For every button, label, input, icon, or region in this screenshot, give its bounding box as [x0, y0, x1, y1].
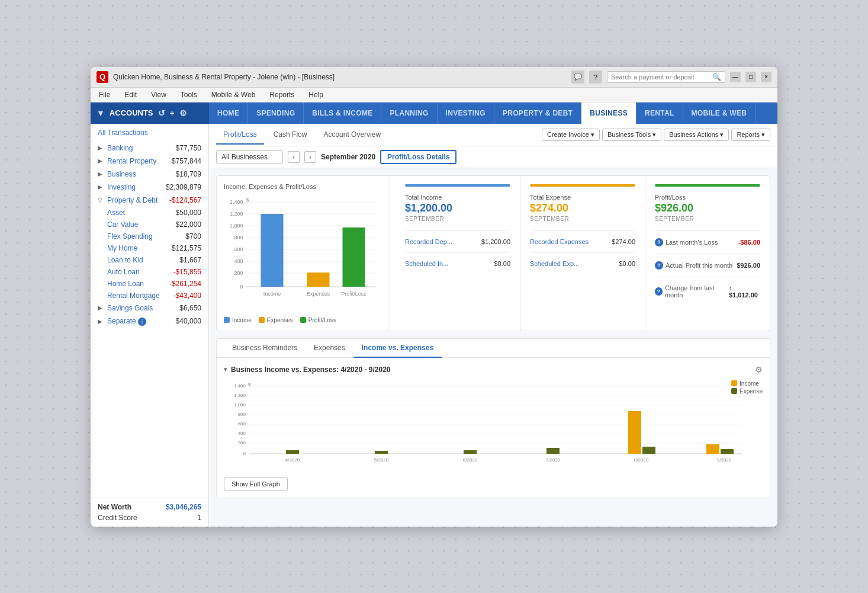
accounts-arrow[interactable]: ▼: [97, 108, 105, 118]
sidebar-value-investing: $2,309,879: [166, 183, 201, 191]
tab-property-debt[interactable]: PROPERTY & DEBT: [494, 102, 581, 124]
sidebar-item-rental-property[interactable]: ▶ Rental Property $757,844: [91, 155, 208, 168]
tab-expenses[interactable]: Expenses: [306, 339, 353, 358]
help-icon-1[interactable]: ?: [655, 238, 663, 246]
total-expense-panel: Total Expense $274.00 SEPTEMBER Recorded…: [520, 176, 645, 331]
profit-row3-value: ↑ $1,012.00: [729, 284, 760, 299]
sidebar-item-investing[interactable]: ▶ Investing $2,309,879: [91, 181, 208, 194]
top-row: Income, Expenses & Profit/Loss 1,400 1,2…: [216, 175, 770, 331]
app-logo: Q: [97, 71, 108, 83]
accounts-refresh[interactable]: ↺: [158, 108, 165, 118]
sidebar-sub-rental-mortgage[interactable]: Rental Mortgage -$43,400: [91, 290, 208, 302]
tab-investing[interactable]: INVESTING: [438, 102, 494, 124]
legend-label-profit: Profit/Loss: [308, 317, 336, 323]
tab-spending[interactable]: SPENDING: [248, 102, 304, 124]
message-icon[interactable]: 💬: [571, 70, 584, 84]
svg-text:Expenses: Expenses: [307, 291, 330, 297]
tab-income-vs-expenses[interactable]: Income vs. Expenses: [353, 339, 442, 358]
income-row2-label[interactable]: Scheduled In...: [405, 260, 448, 267]
next-period-button[interactable]: ›: [304, 151, 316, 163]
sidebar-sub-car[interactable]: Car Value $22,000: [91, 219, 208, 230]
business-actions-button[interactable]: Business Actions ▾: [664, 129, 729, 141]
sidebar-sub-loan-kid[interactable]: Loan to Kid $1,667: [91, 254, 208, 266]
menu-reports[interactable]: Reports: [267, 89, 297, 100]
legend-income: Income: [224, 317, 252, 323]
profit-value: $926.00: [655, 202, 760, 214]
tab-planning[interactable]: PLANNING: [381, 102, 437, 124]
sidebar-item-banking[interactable]: ▶ Banking $77,750: [91, 142, 208, 155]
expense-row2-label[interactable]: Scheduled Exp...: [530, 260, 579, 267]
sidebar-item-savings[interactable]: ▶ Savings Goals $6,650: [91, 302, 208, 315]
close-button[interactable]: ×: [761, 72, 771, 82]
sidebar-arrow-business: ▶: [98, 171, 105, 177]
sidebar-item-separate[interactable]: ▶ Separate i $40,000: [91, 315, 208, 328]
svg-text:1,400: 1,400: [230, 199, 243, 205]
svg-text:9/2020: 9/2020: [717, 457, 732, 463]
tab-home[interactable]: HOME: [209, 102, 248, 124]
svg-rect-18: [307, 273, 330, 287]
tab-mobile-web[interactable]: MOBILE & WEB: [683, 102, 756, 124]
chart2-settings-icon[interactable]: ⚙: [755, 365, 763, 374]
sub-tab-account-overview[interactable]: Account Overview: [316, 126, 388, 145]
chart2-toggle[interactable]: ▾: [224, 366, 227, 373]
sidebar-item-property-debt[interactable]: ▽ Property & Debt -$124,567: [91, 194, 208, 207]
sidebar-sub-home[interactable]: My Home $121,575: [91, 242, 208, 254]
help-icon-3[interactable]: ?: [655, 287, 663, 296]
maximize-button[interactable]: □: [745, 72, 756, 82]
menu-tools[interactable]: Tools: [178, 89, 200, 100]
sidebar-item-business[interactable]: ▶ Business $18,709: [91, 168, 208, 181]
show-full-graph-button[interactable]: Show Full Graph: [224, 477, 288, 491]
profit-row2-value: $926.00: [737, 262, 760, 269]
profit-header-bar: [655, 184, 760, 187]
pl-details-button[interactable]: Profit/Loss Details: [380, 150, 456, 164]
legend-dot-expenses: [259, 317, 265, 323]
svg-rect-51: [706, 444, 719, 454]
search-bar[interactable]: 🔍: [607, 71, 725, 83]
menu-view[interactable]: View: [149, 89, 169, 100]
profit-row1: ? Last month's Loss -$86.00: [655, 236, 760, 249]
credit-score-label[interactable]: Credit Score: [98, 514, 137, 522]
create-invoice-button[interactable]: Create Invoice ▾: [542, 129, 600, 141]
tab-bills-income[interactable]: BILLS & INCOME: [304, 102, 381, 124]
menu-help[interactable]: Help: [306, 89, 326, 100]
reports-button[interactable]: Reports ▾: [731, 129, 770, 141]
accounts-add[interactable]: +: [170, 108, 175, 118]
business-tools-button[interactable]: Business Tools ▾: [602, 129, 661, 141]
chart2-label-expense: Expense: [740, 388, 763, 395]
help-icon[interactable]: ?: [589, 70, 602, 84]
profit-row2-text: Actual Profit this month: [666, 262, 732, 269]
sidebar-label-savings: Savings Goals: [107, 304, 177, 312]
sidebar-sub-flex[interactable]: Flex Spending $700: [91, 230, 208, 242]
sidebar-section: ▶ Banking $77,750 ▶ Rental Property $757…: [91, 142, 208, 328]
sidebar-sub-value-asset: $50,000: [176, 209, 201, 217]
expense-row1-label[interactable]: Recorded Expenses: [530, 238, 589, 245]
tab-business-reminders[interactable]: Business Reminders: [224, 339, 306, 358]
chart2-legend-income: Income: [731, 380, 763, 387]
menu-edit[interactable]: Edit: [122, 89, 139, 100]
prev-period-button[interactable]: ‹: [288, 151, 300, 163]
sub-tab-profit-loss[interactable]: Profit/Loss: [216, 126, 264, 145]
svg-rect-40: [286, 450, 299, 454]
total-income-panel: Total Income $1,200.00 SEPTEMBER Recorde…: [396, 176, 520, 331]
svg-text:Profit/Loss: Profit/Loss: [341, 291, 367, 297]
minimize-button[interactable]: —: [730, 72, 741, 82]
sidebar-value-property: -$124,567: [169, 196, 201, 204]
menu-file[interactable]: File: [97, 89, 112, 100]
dashboard: Income, Expenses & Profit/Loss 1,400 1,2…: [209, 168, 777, 505]
business-filter-select[interactable]: All Businesses: [216, 150, 283, 164]
search-icon: 🔍: [712, 73, 721, 81]
help-icon-2[interactable]: ?: [655, 261, 663, 270]
accounts-settings[interactable]: ⚙: [179, 108, 187, 118]
search-input[interactable]: [611, 73, 710, 81]
sub-tab-cash-flow[interactable]: Cash Flow: [266, 126, 314, 145]
sidebar-sub-auto-loan[interactable]: Auto Loan -$15,855: [91, 266, 208, 278]
tab-business[interactable]: BUSINESS: [581, 102, 636, 124]
all-transactions-link[interactable]: All Transactions: [91, 124, 208, 142]
credit-score-value: 1: [197, 514, 201, 522]
tab-rental[interactable]: RENTAL: [636, 102, 683, 124]
bottom-section: Business Reminders Expenses Income vs. E…: [216, 338, 770, 498]
sidebar-sub-home-loan[interactable]: Home Loan -$261,254: [91, 278, 208, 290]
sidebar-sub-asset[interactable]: Asset $50,000: [91, 207, 208, 219]
income-row1-label[interactable]: Recorded Dep...: [405, 238, 452, 245]
menu-mobile-web[interactable]: Mobile & Web: [209, 89, 258, 100]
